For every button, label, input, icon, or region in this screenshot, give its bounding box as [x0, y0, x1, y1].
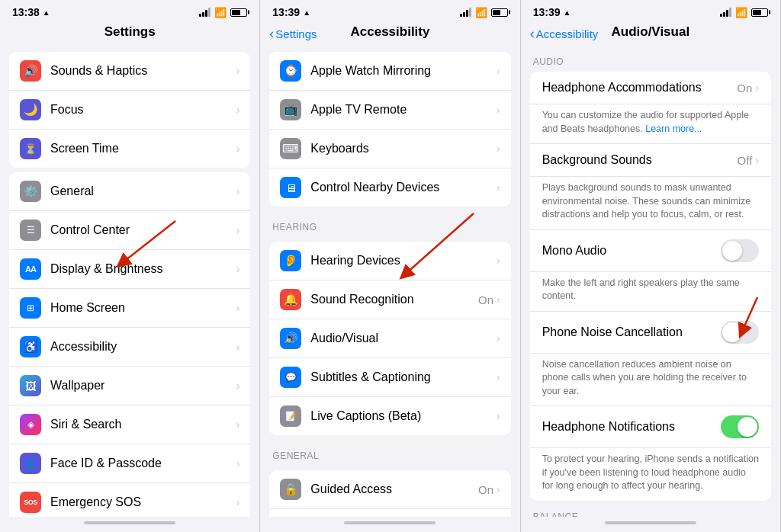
settings-item-wallpaper[interactable]: 🖼 Wallpaper › [9, 367, 250, 405]
phone-noise-row[interactable]: Phone Noise Cancellation [530, 312, 771, 353]
audiovisual-label: Audio/Visual [310, 332, 497, 345]
settings-item-soundrecognition[interactable]: 🔔 Sound Recognition On › [269, 280, 510, 319]
settings-item-focus[interactable]: 🌙 Focus › [9, 91, 250, 130]
wifi-icon-1: 📶 [214, 7, 227, 18]
audiovisual-icon: 🔊 [280, 328, 301, 349]
headphone-acc-group: Headphone Accommodations On › [530, 72, 771, 104]
chevron-icon: › [236, 380, 240, 392]
livecaptions-icon: 📝 [280, 405, 301, 427]
controlnearby-label: Control Nearby Devices [310, 181, 497, 194]
applewatch-label: Apple Watch Mirroring [310, 64, 497, 78]
signal-icon-3 [720, 8, 731, 17]
settings-item-displaybright[interactable]: AA Display & Brightness › [9, 250, 250, 289]
back-label-2: Settings [275, 27, 317, 40]
chevron-icon: › [236, 143, 240, 155]
phone-noise-group: Phone Noise Cancellation [530, 311, 771, 353]
chevron-icon: › [236, 185, 240, 197]
subtitles-label: Subtitles & Captioning [310, 370, 497, 384]
screentime-icon: ⏳ [20, 138, 41, 159]
general-group-p2: 🔒 Guided Access On › ◈ Siri › ♿ Accessib… [269, 470, 510, 517]
phone-noise-label: Phone Noise Cancellation [542, 325, 721, 339]
accessibility-icon: ♿ [20, 336, 41, 357]
chevron-icon: › [497, 332, 500, 345]
mono-audio-row[interactable]: Mono Audio [530, 230, 771, 271]
controlnearby-icon: 🖥 [280, 177, 301, 198]
settings-item-general[interactable]: ⚙️ General › [9, 172, 250, 211]
wifi-icon-3: 📶 [735, 7, 747, 18]
settings-item-accessibility[interactable]: ♿ Accessibility › [9, 328, 250, 367]
phone-noise-toggle[interactable] [721, 321, 759, 344]
status-bar-2: 13:39 ▲ 📶 [260, 0, 519, 21]
bg-sounds-row[interactable]: Background Sounds Off › [530, 144, 771, 176]
settings-item-hearingdevices[interactable]: 👂 Hearing Devices › [269, 242, 510, 280]
chevron-icon: › [497, 143, 500, 155]
settings-group-1: 🔊 Sounds & Haptics › 🌙 Focus › ⏳ Screen … [9, 52, 250, 168]
settings-item-emergencysos[interactable]: SOS Emergency SOS › [9, 483, 250, 517]
learn-more-link[interactable]: Learn more... [645, 123, 702, 134]
settings-item-subtitles[interactable]: 💬 Subtitles & Captioning › [269, 358, 510, 397]
settings-item-siri[interactable]: ◈ Siri & Search › [9, 405, 250, 444]
settings-item-controlcenter[interactable]: ☰ Control Center › [9, 211, 250, 250]
headphone-notif-toggle[interactable] [721, 415, 759, 438]
headphone-acc-value: On [737, 82, 752, 95]
chevron-icon: › [497, 181, 500, 194]
appleremote-label: Apple TV Remote [310, 103, 497, 117]
bg-sounds-group: Background Sounds Off › [530, 143, 771, 176]
general-label: General [50, 184, 236, 198]
audiovisual-list: AUDIO Headphone Accommodations On › You … [521, 46, 780, 517]
nav-header-3: ‹ Accessibility Audio/Visual [521, 21, 780, 46]
accessibility-label: Accessibility [50, 340, 236, 354]
wifi-icon-2: 📶 [475, 7, 487, 18]
settings-item-applewatch[interactable]: ⌚ Apple Watch Mirroring › [269, 52, 510, 91]
headphone-acc-desc: You can customize the audio for supporte… [530, 104, 771, 143]
settings-group-2: ⚙️ General › ☰ Control Center › AA Displ… [9, 172, 250, 517]
battery-icon-2 [491, 8, 508, 17]
screentime-label: Screen Time [50, 142, 236, 155]
nav-header-2: ‹ Settings Accessibility [260, 21, 519, 46]
guidedaccess-label: Guided Access [310, 482, 478, 496]
accessibility-list: ⌚ Apple Watch Mirroring › 📺 Apple TV Rem… [260, 46, 519, 517]
panel-accessibility: 13:39 ▲ 📶 ‹ Settings Accessibility [260, 0, 520, 532]
siri-label: Siri & Search [50, 418, 236, 431]
settings-item-guidedaccess[interactable]: 🔒 Guided Access On › [269, 470, 510, 509]
subtitles-icon: 💬 [280, 367, 301, 388]
headphone-notif-desc: To protect your hearing, iPhone sends a … [530, 447, 771, 501]
accessibility-group-1: ⌚ Apple Watch Mirroring › 📺 Apple TV Rem… [269, 52, 510, 207]
settings-item-siri-p2[interactable]: ◈ Siri › [269, 509, 510, 517]
headphone-acc-row[interactable]: Headphone Accommodations On › [530, 72, 771, 104]
home-bar-2 [260, 517, 519, 532]
settings-item-faceid[interactable]: 👤 Face ID & Passcode › [9, 444, 250, 483]
chevron-icon: › [236, 341, 240, 353]
settings-item-keyboards[interactable]: ⌨ Keyboards › [269, 130, 510, 168]
page-title-2: Accessibility [351, 24, 430, 39]
settings-item-livecaptions[interactable]: 📝 Live Captions (Beta) › [269, 397, 510, 435]
emergencysos-label: Emergency SOS [50, 495, 236, 509]
soundrecognition-icon: 🔔 [280, 289, 301, 310]
faceid-icon: 👤 [20, 453, 41, 474]
settings-item-audiovisual[interactable]: 🔊 Audio/Visual › [269, 319, 510, 358]
emergencysos-icon: SOS [20, 492, 41, 513]
settings-item-homescreen[interactable]: ⊞ Home Screen › [9, 289, 250, 328]
settings-item-controlnearby[interactable]: 🖥 Control Nearby Devices › [269, 168, 510, 207]
focus-label: Focus [50, 103, 236, 117]
guidedaccess-value: On [478, 483, 493, 496]
settings-item-appleremote[interactable]: 📺 Apple TV Remote › [269, 91, 510, 130]
back-button-3[interactable]: ‹ Accessibility [530, 26, 599, 42]
siri-icon: ◈ [20, 414, 41, 435]
headphone-notif-row[interactable]: Headphone Notifications [530, 406, 771, 447]
settings-item-screentime[interactable]: ⏳ Screen Time › [9, 130, 250, 168]
headphone-acc-label: Headphone Accommodations [542, 81, 738, 95]
mono-audio-toggle[interactable] [721, 239, 759, 262]
chevron-icon: › [236, 65, 240, 77]
wallpaper-label: Wallpaper [50, 379, 236, 393]
chevron-icon: › [497, 104, 500, 116]
chevron-icon: › [236, 496, 240, 508]
time-2: 13:39 [272, 6, 300, 18]
chevron-icon: › [497, 293, 500, 306]
settings-item-sounds[interactable]: 🔊 Sounds & Haptics › [9, 52, 250, 91]
general-header-p2: GENERAL [260, 440, 519, 466]
signal-icon-1 [199, 8, 211, 17]
livecaptions-label: Live Captions (Beta) [310, 409, 497, 423]
mono-audio-group: Mono Audio [530, 229, 771, 271]
back-button-2[interactable]: ‹ Settings [269, 26, 317, 42]
